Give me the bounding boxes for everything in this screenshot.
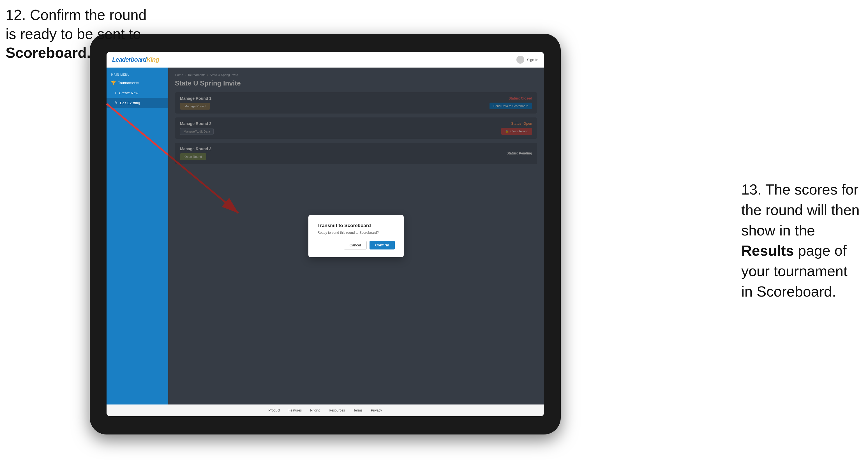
sidebar-section-label: MAIN MENU: [106, 70, 168, 77]
nav-right: Sign In: [517, 56, 538, 64]
modal-buttons: Cancel Confirm: [317, 241, 395, 249]
modal-title: Transmit to Scoreboard: [317, 223, 395, 228]
footer: Product Features Pricing Resources Terms…: [106, 404, 544, 416]
annotation-top-left: 12. Confirm the round is ready to be sen…: [6, 6, 147, 63]
modal-overlay: Transmit to Scoreboard Ready to send thi…: [168, 67, 544, 404]
sidebar-tournaments-label: Tournaments: [118, 81, 139, 85]
signin-label[interactable]: Sign In: [527, 58, 538, 62]
content-area: Home › Tournaments › State U Spring Invi…: [168, 67, 544, 404]
annotation-right: 13. The scores for the round will then s…: [741, 179, 860, 302]
sidebar-item-create-new[interactable]: + Create New: [106, 88, 168, 98]
plus-icon: +: [114, 91, 117, 95]
footer-resources[interactable]: Resources: [329, 408, 345, 412]
footer-product[interactable]: Product: [269, 408, 280, 412]
cancel-button[interactable]: Cancel: [344, 241, 367, 249]
sidebar-edit-existing-label: Edit Existing: [120, 101, 140, 105]
transmit-modal: Transmit to Scoreboard Ready to send thi…: [308, 215, 404, 257]
sidebar-item-edit-existing[interactable]: ✎ Edit Existing: [106, 98, 168, 108]
annotation-line2: is ready to be sent to: [6, 26, 141, 42]
footer-terms[interactable]: Terms: [353, 408, 363, 412]
sidebar-create-new-label: Create New: [119, 91, 138, 95]
edit-icon: ✎: [114, 101, 118, 105]
annotation-right-text: 13. The scores for the round will then s…: [741, 181, 860, 300]
trophy-icon: 🏆: [111, 81, 116, 85]
tablet-screen: LeaderboardKing Sign In MAIN MENU 🏆 Tour…: [106, 52, 544, 416]
annotation-line1: 12. Confirm the round: [6, 7, 147, 23]
modal-subtitle: Ready to send this round to Scoreboard?: [317, 231, 395, 235]
footer-privacy[interactable]: Privacy: [371, 408, 382, 412]
main-layout: MAIN MENU 🏆 Tournaments + Create New ✎ E…: [106, 67, 544, 404]
user-icon: [517, 56, 524, 64]
footer-pricing[interactable]: Pricing: [310, 408, 320, 412]
sidebar: MAIN MENU 🏆 Tournaments + Create New ✎ E…: [106, 67, 168, 404]
top-navbar: LeaderboardKing Sign In: [106, 52, 544, 67]
sidebar-item-tournaments[interactable]: 🏆 Tournaments: [106, 77, 168, 88]
footer-features[interactable]: Features: [288, 408, 302, 412]
confirm-button[interactable]: Confirm: [370, 241, 395, 249]
annotation-line3: Scoreboard.: [6, 44, 91, 61]
tablet: LeaderboardKing Sign In MAIN MENU 🏆 Tour…: [90, 34, 561, 434]
